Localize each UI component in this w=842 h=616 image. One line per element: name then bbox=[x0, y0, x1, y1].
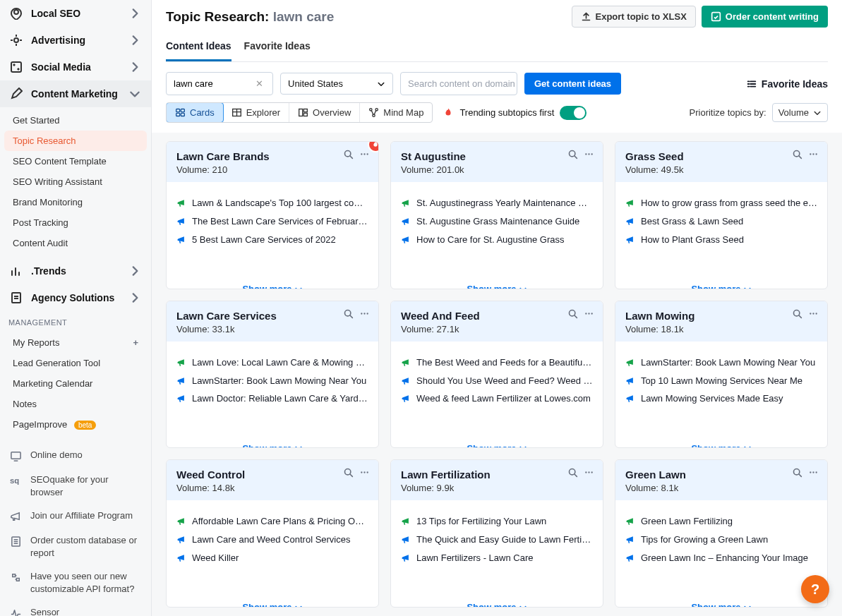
trending-toggle[interactable] bbox=[560, 106, 587, 120]
search-icon[interactable] bbox=[343, 308, 354, 319]
more-icon[interactable] bbox=[584, 149, 594, 159]
help-button[interactable]: ? bbox=[801, 575, 829, 603]
footer-seoquake[interactable]: SEOquake for your browser bbox=[0, 468, 151, 504]
search-icon[interactable] bbox=[567, 308, 578, 319]
footer-online-demo[interactable]: Online demo bbox=[0, 443, 151, 468]
more-icon[interactable] bbox=[808, 308, 819, 319]
footer-sensor[interactable]: Sensor bbox=[0, 600, 151, 616]
card-idea-item[interactable]: How to Care for St. Augustine Grass bbox=[401, 234, 593, 246]
search-icon[interactable] bbox=[567, 467, 578, 478]
card-idea-item[interactable]: 5 Best Lawn Care Services of 2022 bbox=[176, 234, 368, 246]
card-idea-item[interactable]: LawnStarter: Book Lawn Mowing Near You bbox=[625, 357, 817, 369]
tab-content-ideas[interactable]: Content Ideas bbox=[166, 35, 231, 61]
domain-search-input[interactable] bbox=[401, 73, 534, 95]
show-more-button[interactable]: Show more bbox=[615, 436, 827, 449]
card-header[interactable]: Lawn Care BrandsVolume: 210 bbox=[167, 142, 378, 182]
more-icon[interactable] bbox=[808, 467, 819, 478]
show-more-button[interactable]: Show more bbox=[167, 595, 378, 608]
card-header[interactable]: Lawn Care ServicesVolume: 33.1k bbox=[167, 301, 378, 342]
more-icon[interactable] bbox=[359, 467, 370, 478]
search-icon[interactable] bbox=[792, 149, 802, 159]
card-idea-item[interactable]: How to grow grass from grass seed the ea… bbox=[625, 198, 817, 210]
sidebar-sub-seo-writing-assistant[interactable]: SEO Writing Assistant bbox=[4, 171, 147, 192]
show-more-button[interactable]: Show more bbox=[391, 595, 603, 608]
card-idea-item[interactable]: How to Plant Grass Seed bbox=[625, 234, 817, 246]
card-header[interactable]: Weed And FeedVolume: 27.1k bbox=[391, 301, 603, 342]
search-icon[interactable] bbox=[343, 467, 354, 478]
sidebar-item-local-seo[interactable]: Local SEO bbox=[0, 0, 151, 27]
get-ideas-button[interactable]: Get content ideas bbox=[524, 73, 621, 95]
sidebar-item-social-media[interactable]: Social Media bbox=[0, 54, 151, 80]
country-select[interactable]: United States bbox=[280, 73, 393, 95]
favorite-ideas-link[interactable]: Favorite Ideas bbox=[746, 78, 828, 90]
card-idea-item[interactable]: 13 Tips for Fertilizing Your Lawn bbox=[401, 516, 593, 528]
sidebar-lead-gen[interactable]: Lead Generation Tool bbox=[4, 353, 147, 373]
card-idea-item[interactable]: Should You Use Weed and Feed? Weed and .… bbox=[401, 375, 593, 387]
card-idea-item[interactable]: Lawn Mowing Services Made Easy bbox=[625, 393, 817, 405]
card-idea-item[interactable]: Weed Killer bbox=[176, 552, 368, 564]
card-header[interactable]: Grass SeedVolume: 49.5k bbox=[615, 142, 827, 182]
topic-input[interactable] bbox=[167, 73, 255, 95]
card-idea-item[interactable]: Lawn Doctor: Reliable Lawn Care & Yard M… bbox=[176, 393, 368, 405]
card-header[interactable]: Weed ControlVolume: 14.8k bbox=[167, 460, 378, 500]
search-icon[interactable] bbox=[792, 467, 802, 478]
footer-custom-db[interactable]: Order custom database or report bbox=[0, 529, 151, 564]
card-idea-item[interactable]: Lawn Care and Weed Control Services bbox=[176, 534, 368, 546]
card-idea-item[interactable]: The Best Lawn Care Services of February … bbox=[176, 216, 368, 228]
search-icon[interactable] bbox=[567, 149, 578, 159]
card-header[interactable]: Lawn MowingVolume: 18.1k bbox=[615, 301, 827, 342]
footer-affiliate[interactable]: Join our Affiliate Program bbox=[0, 504, 151, 529]
card-idea-item[interactable]: Tips for Growing a Green Lawn bbox=[625, 534, 817, 546]
card-header[interactable]: Lawn FertilizationVolume: 9.9k bbox=[391, 460, 603, 500]
sidebar-item-advertising[interactable]: Advertising bbox=[0, 27, 151, 54]
card-header[interactable]: Green LawnVolume: 8.1k bbox=[615, 460, 827, 500]
sidebar-sub-get-started[interactable]: Get Started bbox=[4, 110, 147, 131]
view-mindmap[interactable]: Mind Map bbox=[360, 103, 432, 122]
more-icon[interactable] bbox=[584, 467, 594, 478]
sidebar-marketing-calendar[interactable]: Marketing Calendar bbox=[4, 373, 147, 394]
card-idea-item[interactable]: Weed & feed Lawn Fertilizer at Lowes.com bbox=[401, 393, 593, 405]
tab-favorite-ideas[interactable]: Favorite Ideas bbox=[244, 35, 311, 61]
view-overview[interactable]: Overview bbox=[289, 103, 360, 122]
show-more-button[interactable]: Show more bbox=[615, 277, 827, 289]
sidebar-my-reports[interactable]: My Reports + bbox=[4, 332, 147, 353]
show-more-button[interactable]: Show more bbox=[615, 595, 827, 608]
show-more-button[interactable]: Show more bbox=[167, 436, 378, 449]
sidebar-sub-content-audit[interactable]: Content Audit bbox=[4, 233, 147, 253]
clear-icon[interactable]: ✕ bbox=[255, 78, 269, 89]
more-icon[interactable] bbox=[359, 149, 370, 159]
sidebar-sub-topic-research[interactable]: Topic Research bbox=[4, 131, 147, 151]
order-content-button[interactable]: Order content writing bbox=[702, 6, 828, 28]
more-icon[interactable] bbox=[584, 308, 594, 319]
card-idea-item[interactable]: Top 10 Lawn Mowing Services Near Me bbox=[625, 375, 817, 387]
sidebar-sub-post-tracking[interactable]: Post Tracking bbox=[4, 212, 147, 233]
view-cards[interactable]: Cards bbox=[166, 102, 224, 123]
card-idea-item[interactable]: St. Augustinegrass Yearly Maintenance Pr… bbox=[401, 198, 593, 210]
card-idea-item[interactable]: The Best Weed and Feeds for a Beautiful … bbox=[401, 357, 593, 369]
sidebar-item-agency[interactable]: Agency Solutions bbox=[0, 284, 151, 311]
footer-api[interactable]: Have you seen our new customizable API f… bbox=[0, 564, 151, 600]
card-idea-item[interactable]: Lawn Fertilizers - Lawn Care bbox=[401, 552, 593, 564]
sidebar-item-trends[interactable]: .Trends bbox=[0, 258, 151, 284]
card-idea-item[interactable]: St. Augustine Grass Maintenance Guide bbox=[401, 216, 593, 228]
search-icon[interactable] bbox=[343, 149, 354, 159]
card-idea-item[interactable]: Green Lawn Fertilizing bbox=[625, 516, 817, 528]
show-more-button[interactable]: Show more bbox=[391, 277, 603, 289]
plus-icon[interactable]: + bbox=[133, 337, 138, 348]
card-idea-item[interactable]: Affordable Lawn Care Plans & Pricing Opt… bbox=[176, 516, 368, 528]
card-idea-item[interactable]: Lawn Love: Local Lawn Care & Mowing Serv… bbox=[176, 357, 368, 369]
sidebar-sub-seo-content-template[interactable]: SEO Content Template bbox=[4, 151, 147, 171]
card-header[interactable]: St AugustineVolume: 201.0k bbox=[391, 142, 603, 182]
sidebar-pageimprove[interactable]: PageImprove beta bbox=[4, 414, 147, 435]
show-more-button[interactable]: Show more bbox=[167, 277, 378, 289]
card-idea-item[interactable]: LawnStarter: Book Lawn Mowing Near You bbox=[176, 375, 368, 387]
sidebar-notes[interactable]: Notes bbox=[4, 394, 147, 414]
sidebar-item-content-marketing[interactable]: Content Marketing bbox=[0, 80, 151, 107]
card-idea-item[interactable]: Lawn & Landscape's Top 100 largest compa… bbox=[176, 198, 368, 210]
more-icon[interactable] bbox=[808, 149, 819, 159]
card-idea-item[interactable]: Green Lawn Inc – Enhancing Your Image bbox=[625, 552, 817, 564]
view-explorer[interactable]: Explorer bbox=[223, 103, 289, 122]
prioritize-select[interactable]: Volume bbox=[772, 103, 828, 122]
search-icon[interactable] bbox=[792, 308, 802, 319]
card-idea-item[interactable]: The Quick and Easy Guide to Lawn Fertili… bbox=[401, 534, 593, 546]
